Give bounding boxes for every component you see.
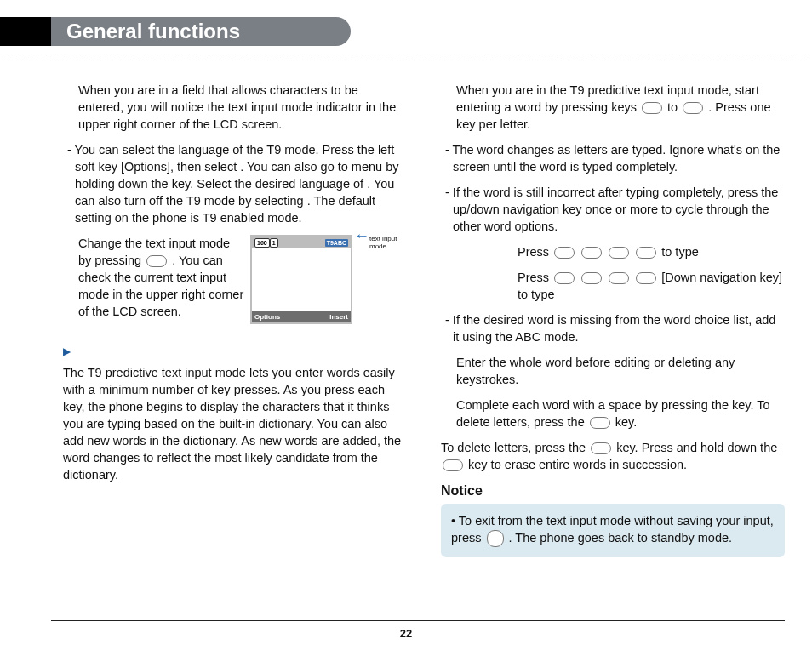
hash-key-icon [146, 255, 167, 267]
notice-box: • To exit from the text input mode witho… [441, 504, 785, 557]
key-icon [554, 247, 575, 259]
clear-key-icon [443, 459, 463, 471]
bullet: - If the desired word is missing from th… [441, 311, 785, 345]
softkey-left: Options [254, 312, 280, 322]
caption: text input mode [369, 236, 407, 251]
bullet: - The word changes as letters are typed.… [441, 141, 785, 175]
key-icon [609, 272, 629, 284]
divider-dashed [0, 60, 812, 60]
msg-count: 1 [270, 238, 278, 248]
paragraph: The T9 predictive text input mode lets y… [63, 364, 407, 483]
key-icon [554, 272, 575, 284]
header-bar: General functions [0, 17, 351, 46]
key-2-icon [642, 102, 662, 114]
phone-figure: Change the text input mode by pressing .… [63, 235, 407, 324]
example-line: Press [Down navigation key] to type [441, 269, 785, 303]
paragraph: When you are in the T9 predictive text i… [441, 82, 785, 133]
paragraph: Complete each word with a space by press… [441, 396, 785, 430]
header-accent [0, 17, 51, 46]
paragraph: When you are in a field that allows char… [63, 82, 407, 133]
key-0-icon [590, 417, 610, 429]
char-count: 160 [254, 238, 270, 248]
document-page: General functions When you are in a fiel… [0, 0, 812, 650]
example-line: Press to type [441, 243, 785, 260]
notice-heading: Notice [441, 482, 785, 500]
key-icon [581, 272, 602, 284]
bullet-language: - You can select the language of the T9 … [63, 141, 407, 226]
clear-key-icon [591, 442, 611, 454]
key-icon [636, 247, 656, 259]
column-right: When you are in the T9 predictive text i… [441, 82, 785, 607]
key-icon [609, 247, 629, 259]
key-icon [581, 247, 602, 259]
paragraph: Enter the whole word before editing or d… [441, 354, 785, 388]
header-title: General functions [51, 17, 351, 46]
key-icon [636, 272, 656, 284]
paragraph: To delete letters, press the key. Press … [441, 439, 785, 473]
content-columns: When you are in a field that allows char… [63, 82, 785, 607]
end-key-icon [487, 530, 504, 547]
column-left: When you are in a field that allows char… [63, 82, 407, 607]
page-number: 22 [0, 627, 812, 640]
triangle-icon: ▶ [63, 345, 71, 359]
bullet: - If the word is still incorrect after t… [441, 184, 785, 235]
input-mode-indicator: T9ABC [325, 239, 348, 247]
softkey-right: Insert [329, 312, 348, 322]
footer-divider [51, 620, 785, 621]
key-9-icon [683, 102, 703, 114]
phone-screen: 160 1 T9ABC Options Insert [250, 235, 352, 324]
